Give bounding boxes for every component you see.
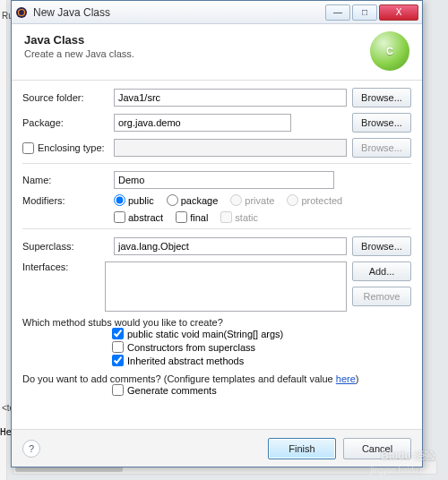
finish-button[interactable]: Finish bbox=[268, 438, 336, 459]
check-constructors[interactable]: Constructors from superclass bbox=[112, 341, 255, 353]
browse-enclosing-button: Browse... bbox=[352, 138, 411, 158]
stubs-question: Which method stubs would you like to cre… bbox=[22, 317, 411, 328]
radio-public[interactable]: public bbox=[114, 194, 154, 206]
check-main-method[interactable]: public static void main(String[] args) bbox=[112, 328, 283, 339]
dialog-header: Java Class Create a new Java class. C bbox=[12, 24, 422, 81]
visibility-radios: public package private protected bbox=[114, 194, 342, 206]
enclosing-type-input bbox=[114, 139, 347, 157]
enclosing-type-text: Enclosing type: bbox=[38, 142, 105, 153]
enclosing-type-checkbox-label[interactable]: Enclosing type: bbox=[22, 142, 108, 154]
name-label: Name: bbox=[22, 175, 108, 185]
modifier-checkboxes: abstract final static bbox=[114, 211, 258, 223]
dialog-button-bar: ? Finish Cancel bbox=[12, 429, 422, 467]
class-icon: C bbox=[370, 31, 409, 71]
close-button[interactable]: X bbox=[379, 4, 418, 21]
minimize-button[interactable]: — bbox=[325, 4, 350, 21]
check-static: static bbox=[220, 211, 258, 223]
source-folder-input[interactable] bbox=[114, 89, 347, 107]
interfaces-list[interactable] bbox=[105, 261, 347, 312]
package-label: Package: bbox=[22, 117, 108, 128]
check-inherited[interactable]: Inherited abstract methods bbox=[112, 355, 244, 366]
superclass-input[interactable] bbox=[114, 237, 347, 255]
comments-question: Do you want to add comments? (Configure … bbox=[22, 373, 411, 384]
remove-interface-button: Remove bbox=[352, 287, 411, 306]
help-icon[interactable]: ? bbox=[22, 440, 40, 458]
source-folder-label: Source folder: bbox=[22, 92, 108, 103]
page-title: Java Class bbox=[24, 33, 134, 47]
check-abstract[interactable]: abstract bbox=[114, 211, 163, 223]
radio-package[interactable]: package bbox=[167, 194, 219, 206]
window-title: New Java Class bbox=[33, 6, 320, 19]
separator-2 bbox=[22, 228, 411, 229]
form-body: Source folder: Browse... Package: Browse… bbox=[12, 81, 422, 401]
package-input[interactable] bbox=[114, 114, 291, 132]
comments-question-pre: Do you want to add comments? (Configure … bbox=[22, 373, 336, 384]
check-final[interactable]: final bbox=[176, 211, 208, 223]
separator bbox=[22, 163, 411, 164]
page-subtitle: Create a new Java class. bbox=[24, 48, 134, 59]
radio-protected: protected bbox=[287, 194, 342, 206]
configure-templates-link[interactable]: here bbox=[336, 373, 356, 384]
titlebar[interactable]: New Java Class — □ X bbox=[12, 1, 422, 24]
superclass-label: Superclass: bbox=[22, 241, 108, 252]
radio-private: private bbox=[230, 194, 274, 206]
class-icon-letter: C bbox=[386, 46, 393, 56]
name-input[interactable] bbox=[114, 171, 334, 189]
new-java-class-dialog: New Java Class — □ X Java Class Create a… bbox=[11, 0, 423, 467]
modifiers-label: Modifiers: bbox=[22, 195, 108, 206]
check-generate-comments[interactable]: Generate comments bbox=[112, 384, 217, 396]
maximize-button[interactable]: □ bbox=[352, 4, 377, 21]
browse-package-button[interactable]: Browse... bbox=[352, 113, 411, 133]
enclosing-type-checkbox[interactable] bbox=[22, 142, 34, 154]
eclipse-icon bbox=[15, 6, 28, 19]
browse-superclass-button[interactable]: Browse... bbox=[352, 236, 411, 256]
svg-point-0 bbox=[16, 7, 27, 18]
comments-question-post: ) bbox=[356, 373, 359, 384]
browse-source-button[interactable]: Browse... bbox=[352, 88, 411, 107]
cancel-button[interactable]: Cancel bbox=[343, 438, 411, 459]
interfaces-label: Interfaces: bbox=[22, 261, 99, 272]
add-interface-button[interactable]: Add... bbox=[352, 261, 411, 281]
